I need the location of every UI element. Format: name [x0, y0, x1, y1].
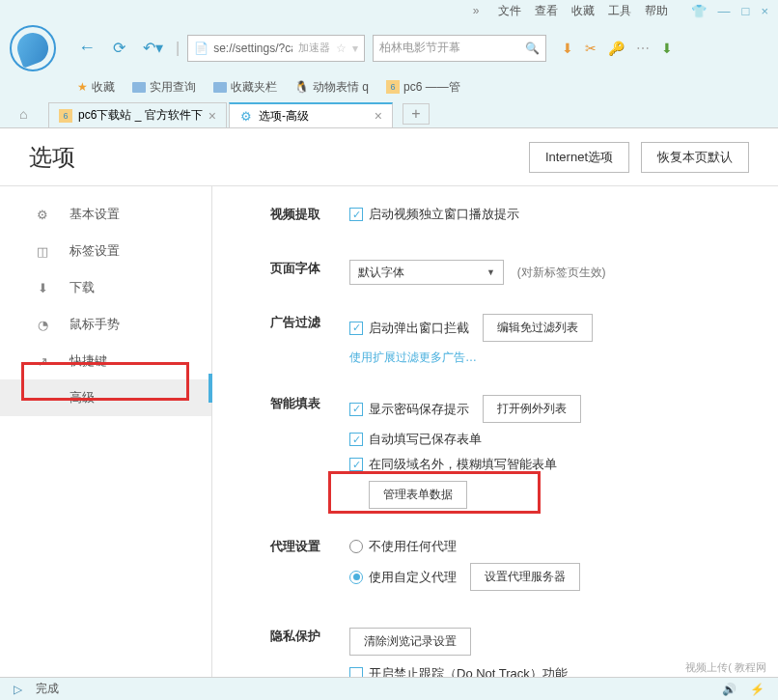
menu-help[interactable]: 帮助: [645, 3, 668, 19]
bookmark-item-4[interactable]: 6pc6 ——管: [386, 79, 460, 96]
tab-favicon-1: 6: [59, 109, 72, 123]
key-icon[interactable]: 🔑: [608, 41, 625, 56]
form-opt3-label: 在同级域名外，模糊填写智能表单: [369, 456, 557, 473]
tab-close-1[interactable]: ×: [208, 108, 216, 124]
url-text: se://settings/?categ: [213, 42, 292, 55]
close-window-icon[interactable]: ×: [761, 4, 768, 18]
sidebar-item-mouse[interactable]: ◔鼠标手势: [0, 306, 211, 343]
search-icon[interactable]: 🔍: [525, 42, 540, 55]
clear-history-button[interactable]: 清除浏览记录设置: [349, 628, 471, 656]
exceptions-button[interactable]: 打开例外列表: [483, 395, 581, 423]
internet-options-button[interactable]: Internet选项: [529, 142, 629, 173]
restore-defaults-button[interactable]: 恢复本页默认: [641, 142, 749, 173]
manage-form-data-button[interactable]: 管理表单数据: [369, 481, 467, 509]
refresh-button[interactable]: ⟳: [108, 36, 130, 60]
browser-logo: [10, 25, 56, 71]
skin-icon[interactable]: 👕: [691, 4, 707, 18]
radio-no-proxy[interactable]: [349, 540, 363, 553]
maximize-icon[interactable]: □: [742, 4, 750, 18]
more-tools-icon[interactable]: ⋯: [636, 41, 650, 56]
menu-tools[interactable]: 工具: [608, 3, 631, 19]
nav-separator: |: [176, 40, 180, 57]
section-ad: 广告过滤: [270, 314, 349, 366]
form-opt2-label: 自动填写已保存表单: [369, 431, 482, 448]
menu-expand-icon[interactable]: »: [473, 4, 480, 17]
download-icon[interactable]: ⬇: [661, 41, 673, 56]
checkbox-popup[interactable]: ✓: [349, 322, 363, 335]
minimize-icon[interactable]: —: [718, 4, 731, 18]
proxy-opt1-label: 不使用任何代理: [369, 538, 457, 555]
tab-title-1: pc6下载站 _ 官方软件下: [78, 107, 203, 124]
search-query: 柏林电影节开幕: [379, 40, 525, 56]
section-video: 视频提取: [270, 206, 349, 231]
font-hint: (对新标签页生效): [517, 266, 606, 279]
ellipsis-icon: ⋯: [35, 391, 50, 406]
sidebar-item-download[interactable]: ⬇下载: [0, 269, 211, 306]
section-font: 页面字体: [270, 260, 349, 285]
tab-pc6[interactable]: 6 pc6下载站 _ 官方软件下 ×: [48, 102, 227, 127]
section-form: 智能填表: [270, 395, 349, 509]
proxy-settings-button[interactable]: 设置代理服务器: [470, 563, 580, 591]
back-button[interactable]: ←: [73, 35, 100, 61]
bookmark-item-3[interactable]: 🐧动物表情 q: [294, 79, 369, 96]
checkbox-password[interactable]: ✓: [349, 403, 363, 416]
accelerator-label: 加速器: [298, 41, 330, 55]
ad-opt-label: 启动弹出窗口拦截: [369, 320, 469, 337]
status-lightning-icon[interactable]: ⚡: [750, 683, 764, 696]
bookmark-favorites[interactable]: ★收藏: [77, 79, 115, 96]
search-bar[interactable]: 柏林电影节开幕 🔍: [373, 35, 546, 62]
section-proxy: 代理设置: [270, 538, 349, 599]
checkbox-video[interactable]: ✓: [349, 208, 363, 221]
shortcuts-icon: ↗: [35, 354, 50, 369]
radio-custom-proxy[interactable]: [349, 571, 363, 584]
status-sound-icon[interactable]: 🔊: [722, 683, 736, 696]
undo-button[interactable]: ↶▾: [138, 36, 168, 60]
status-play-icon[interactable]: ▷: [14, 683, 22, 696]
ad-extension-link[interactable]: 使用扩展过滤更多广告…: [349, 350, 749, 366]
favorite-star-icon[interactable]: ☆: [336, 42, 347, 55]
form-opt1-label: 显示密码保存提示: [369, 401, 469, 418]
settings-sidebar: ⚙基本设置 ◫标签设置 ⬇下载 ◔鼠标手势 ↗快捷键 ⋯高级: [0, 186, 212, 680]
video-opt-label: 启动视频独立窗口播放提示: [369, 206, 519, 223]
scissors-icon[interactable]: ✂: [585, 41, 597, 56]
sidebar-item-basic[interactable]: ⚙基本设置: [0, 196, 211, 233]
tab-title-2: 选项-高级: [259, 108, 309, 125]
sidebar-item-shortcuts[interactable]: ↗快捷键: [0, 343, 211, 379]
settings-content: 视频提取 ✓启动视频独立窗口播放提示 页面字体 默认字体 (对新标签页生效) 广…: [212, 186, 778, 680]
tab-settings[interactable]: ⚙ 选项-高级 ×: [229, 102, 393, 127]
address-bar[interactable]: 📄 se://settings/?categ 加速器 ☆ ▾: [187, 35, 364, 62]
bookmark-folder-1[interactable]: 实用查询: [132, 79, 196, 96]
proxy-opt2-label: 使用自定义代理: [369, 569, 457, 586]
bookmark-folder-2[interactable]: 收藏夹栏: [213, 79, 277, 96]
gear-icon: ⚙: [35, 208, 50, 222]
checkbox-autofill[interactable]: ✓: [349, 433, 363, 446]
tool-icon-1[interactable]: ⬇: [562, 41, 573, 56]
page-title: 选项: [29, 142, 517, 173]
sidebar-item-advanced[interactable]: ⋯高级: [0, 379, 211, 416]
mouse-icon: ◔: [35, 318, 50, 332]
menu-favorites[interactable]: 收藏: [571, 3, 595, 19]
home-icon[interactable]: ⌂: [19, 106, 39, 122]
menu-view[interactable]: 查看: [535, 3, 558, 19]
tab-favicon-2: ⚙: [239, 109, 253, 123]
tab-icon: ◫: [35, 244, 50, 259]
edit-filter-button[interactable]: 编辑免过滤列表: [483, 314, 593, 342]
status-text: 完成: [36, 681, 59, 697]
menu-file[interactable]: 文件: [498, 3, 521, 19]
download-icon: ⬇: [35, 281, 50, 295]
tab-close-2[interactable]: ×: [375, 108, 382, 124]
new-tab-button[interactable]: +: [403, 103, 430, 125]
watermark: 视频上传( 教程网: [685, 660, 766, 675]
sidebar-item-tabs[interactable]: ◫标签设置: [0, 233, 211, 269]
url-dropdown-icon[interactable]: ▾: [352, 42, 358, 55]
font-dropdown[interactable]: 默认字体: [349, 260, 504, 285]
checkbox-fuzzy[interactable]: ✓: [349, 458, 363, 471]
section-privacy: 隐私保护: [270, 628, 349, 680]
